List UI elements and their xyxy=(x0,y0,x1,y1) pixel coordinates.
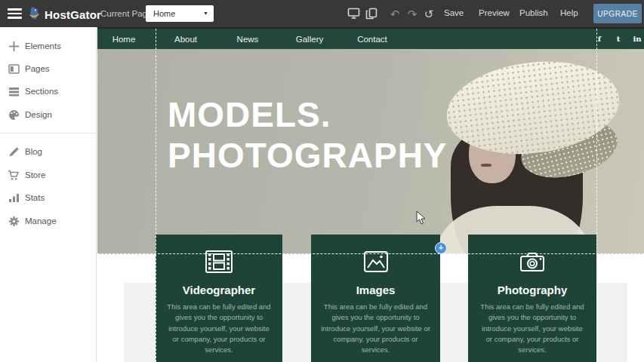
twitter-icon[interactable]: t xyxy=(612,29,625,49)
sidebar-item-store[interactable]: Store xyxy=(0,164,96,186)
card-title[interactable]: Images xyxy=(311,284,440,296)
sidebar-item-sections[interactable]: Sections xyxy=(0,80,96,103)
card-body-text[interactable]: This area can be fully edited and gives … xyxy=(165,302,273,355)
publish-button[interactable]: Publish xyxy=(519,8,548,17)
card-body-text[interactable]: This area can be fully edited and gives … xyxy=(478,302,587,355)
hero-title-line2: PHOTOGRAPHY xyxy=(168,135,448,176)
editor-sidebar: Elements Pages Sections Design Blo xyxy=(0,27,97,362)
palette-icon xyxy=(8,109,20,121)
site-navbar: Home About News Gallery Contact f t in xyxy=(97,29,644,49)
sidebar-divider xyxy=(0,133,96,133)
film-strip-icon xyxy=(156,247,282,276)
preview-button[interactable]: Preview xyxy=(479,8,510,17)
undo-icon[interactable]: ↶ xyxy=(387,7,402,20)
site-nav-gallery[interactable]: Gallery xyxy=(283,29,336,49)
gear-icon xyxy=(8,215,20,227)
card-title[interactable]: Photography xyxy=(468,284,596,296)
hero-title[interactable]: MODELS. PHOTOGRAPHY xyxy=(168,94,448,176)
card-body-text[interactable]: This area can be fully edited and gives … xyxy=(321,302,430,355)
menu-icon[interactable] xyxy=(8,8,22,19)
feature-card-videographer[interactable]: Videographer This area can be fully edit… xyxy=(156,235,282,362)
sidebar-item-pages[interactable]: Pages xyxy=(0,57,96,80)
sidebar-item-label: Design xyxy=(25,110,52,119)
cart-icon xyxy=(8,169,20,181)
sidebar-item-label: Sections xyxy=(25,87,58,96)
site-preview-canvas[interactable]: Home About News Gallery Contact f t in M… xyxy=(97,27,644,362)
feature-card-images[interactable]: + Images This area can be fully edited a… xyxy=(311,235,440,362)
site-nav-about[interactable]: About xyxy=(159,29,212,49)
sidebar-item-label: Store xyxy=(25,170,46,179)
sidebar-item-label: Stats xyxy=(25,193,45,202)
camera-icon xyxy=(468,247,596,276)
sidebar-item-elements[interactable]: Elements xyxy=(0,35,96,57)
card-title[interactable]: Videographer xyxy=(156,284,282,296)
sidebar-item-label: Pages xyxy=(25,64,50,73)
sidebar-item-label: Manage xyxy=(25,216,57,225)
hero-photo-lips xyxy=(481,164,491,167)
site-nav-contact[interactable]: Contact xyxy=(346,29,399,49)
brand-name: HostGator xyxy=(45,8,101,21)
app-window: HostGator Current Page: Home ▼ ↶ ↷ ↺ Sav… xyxy=(0,0,644,362)
sidebar-item-design[interactable]: Design xyxy=(0,103,96,126)
feature-card-photography[interactable]: Photography This area can be fully edite… xyxy=(468,235,596,362)
history-icon[interactable]: ↺ xyxy=(421,7,436,20)
site-nav-home[interactable]: Home xyxy=(97,29,150,49)
sidebar-item-label: Blog xyxy=(25,147,42,156)
page-select[interactable]: Home ▼ xyxy=(146,5,214,22)
desktop-view-icon[interactable] xyxy=(346,7,361,20)
hero-section[interactable]: MODELS. PHOTOGRAPHY xyxy=(97,49,644,254)
linkedin-icon[interactable]: in xyxy=(629,29,644,49)
chevron-down-icon: ▼ xyxy=(203,11,208,16)
rows-icon xyxy=(8,85,20,97)
save-button[interactable]: Save xyxy=(444,8,464,17)
site-nav-news[interactable]: News xyxy=(221,29,274,49)
sidebar-item-label: Elements xyxy=(25,41,61,51)
upgrade-button[interactable]: UPGRADE xyxy=(593,4,642,23)
sidebar-item-stats[interactable]: Stats xyxy=(0,186,96,209)
add-image-button[interactable]: + xyxy=(435,242,447,254)
image-add-icon: + xyxy=(311,247,440,276)
page-layout-icon xyxy=(8,63,20,75)
sidebar-item-manage[interactable]: Manage xyxy=(0,210,96,232)
facebook-icon[interactable]: f xyxy=(593,29,606,49)
plus-icon xyxy=(8,40,20,52)
editor-topbar: HostGator Current Page: Home ▼ ↶ ↷ ↺ Sav… xyxy=(0,0,644,27)
bar-chart-icon xyxy=(8,192,20,204)
hero-title-line1: MODELS. xyxy=(168,94,448,135)
pencil-icon xyxy=(8,146,20,158)
page-select-value: Home xyxy=(153,9,175,18)
mobile-view-icon[interactable] xyxy=(364,7,379,20)
hostgator-gator-icon xyxy=(27,5,42,24)
hostgator-logo: HostGator xyxy=(27,5,101,24)
help-button[interactable]: Help xyxy=(560,8,578,17)
sidebar-item-blog[interactable]: Blog xyxy=(0,140,96,163)
redo-icon[interactable]: ↷ xyxy=(405,7,420,20)
